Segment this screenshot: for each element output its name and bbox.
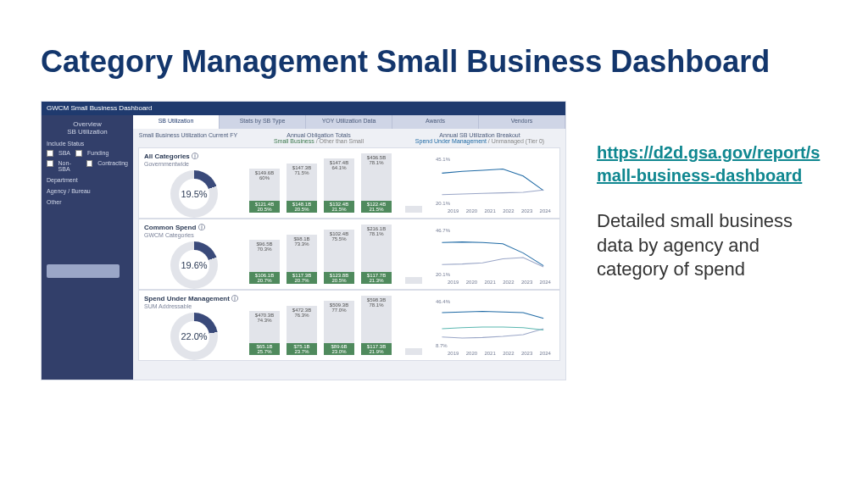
checkbox-label: SBA <box>58 150 70 157</box>
col2-title: Annual Obligation Totals <box>238 132 399 138</box>
dashboard-link[interactable]: https://d2d.gsa.gov/report/small-busines… <box>597 143 820 185</box>
stacked-bar: $149.6B60% $121.4B20.5% <box>249 169 280 213</box>
dashboard-row: Common Spend ⓘ GWCM Categories $96.5B70.… <box>138 219 560 290</box>
checkbox-contracting[interactable] <box>86 160 93 167</box>
col3-un: / Unmanaged (Tier 0) <box>487 138 544 144</box>
line-chart: 46.7%20.1%201920202021202220232024 <box>434 223 554 286</box>
checkbox-sba[interactable] <box>47 150 53 157</box>
col3-header: Annual SB Utilization Breakout Spend Und… <box>399 132 560 144</box>
donut-chart <box>170 241 218 289</box>
overview-line2: SB Utilization <box>47 128 128 136</box>
agency-label: Agency / Bureau <box>47 188 128 194</box>
col2-ot: / Other than Small <box>314 138 364 144</box>
stacked-bar: $470.3B74.3% $65.1B25.7% <box>249 311 280 355</box>
row-category: Spend Under Management ⓘ <box>144 294 244 303</box>
stacked-bar: $509.3B77.0% $89.6B23.0% <box>324 301 354 355</box>
overview-label: Overview SB Utilization <box>47 120 128 136</box>
stacked-bar: $98.1B73.3% $117.3B20.7% <box>287 235 317 284</box>
stacked-bar: $147.3B71.5% $148.1B20.5% <box>287 164 317 213</box>
checkbox-funding[interactable] <box>75 150 82 157</box>
y-axis-hi: 45.1% <box>436 157 450 162</box>
left-panel: Overview SB Utilization Include Status S… <box>42 115 133 380</box>
dashboard-header: GWCM Small Business Dashboard <box>42 102 565 115</box>
bar-group: $470.3B74.3% $65.1B25.7% $472.3B76.3% $7… <box>244 294 434 357</box>
donut-chart <box>170 170 218 218</box>
checkbox-nonsba[interactable] <box>47 160 53 167</box>
stacked-bar: $102.4B75.5% $123.8B20.5% <box>324 230 354 284</box>
overview-line1: Overview <box>47 120 128 128</box>
submit-feedback-button[interactable] <box>47 264 120 278</box>
col3-title: Annual SB Utilization Breakout <box>399 132 560 138</box>
dashboard-row: All Categories ⓘ Governmentwide $149.6B6… <box>138 147 560 219</box>
include-status-label: Include Status <box>47 141 128 147</box>
y-axis-lo: 20.1% <box>436 201 450 206</box>
row-subtitle: GWCM Categories <box>144 232 244 238</box>
tab-yoy-utilization[interactable]: YOY Utilization Data <box>306 115 392 129</box>
x-axis-labels: 201920202021202220232024 <box>448 280 551 285</box>
stacked-bar: $472.3B76.3% $75.1B23.7% <box>287 306 317 355</box>
stacked-bar: $436.5B78.1% $122.4B21.5% <box>361 153 392 213</box>
y-axis-lo: 8.7% <box>436 343 448 348</box>
tab-vendors[interactable]: Vendors <box>479 115 565 129</box>
description: Detailed small business data by agency a… <box>597 209 827 282</box>
side-column: https://d2d.gsa.gov/report/small-busines… <box>597 101 827 380</box>
department-label: Department <box>47 177 128 183</box>
row-subtitle: Governmentwide <box>144 161 244 167</box>
checkbox-label: Contracting <box>97 160 128 172</box>
y-axis-lo: 20.1% <box>436 272 450 277</box>
stacked-bar <box>398 277 429 284</box>
checkbox-label: Funding <box>87 150 108 157</box>
section-header-row: Small Business Utilization Current FY An… <box>138 132 560 144</box>
page-title: Category Management Small Business Dashb… <box>41 42 827 80</box>
stacked-bar: $598.3B78.1% $117.3B21.9% <box>361 296 392 355</box>
tab-stats-by-sb-type[interactable]: Stats by SB Type <box>220 115 306 129</box>
stacked-bar <box>398 206 429 213</box>
donut-chart <box>170 313 218 360</box>
col2-sb: Small Business <box>274 138 314 144</box>
col1-header: Small Business Utilization Current FY <box>138 132 238 144</box>
line-chart: 46.4%8.7%201920202021202220232024 <box>434 294 554 357</box>
tab-awards[interactable]: Awards <box>392 115 479 129</box>
dashboard-row: Spend Under Management ⓘ SUM Addressable… <box>138 290 560 361</box>
dashboard-main: Small Business Utilization Current FY An… <box>133 129 565 380</box>
other-label: Other <box>47 199 128 205</box>
row-category: Common Spend ⓘ <box>144 223 244 232</box>
stacked-bar: $216.1B78.1% $117.7B21.3% <box>361 225 392 284</box>
tab-bar: SB Utilization Stats by SB Type YOY Util… <box>133 115 565 129</box>
x-axis-labels: 201920202021202220232024 <box>448 351 551 356</box>
y-axis-hi: 46.4% <box>436 299 450 304</box>
stacked-bar: $96.5B70.3% $106.1B20.7% <box>249 240 280 284</box>
bar-group: $96.5B70.3% $106.1B20.7% $98.1B73.3% $11… <box>244 223 434 286</box>
col3-sp: Spend Under Management <box>415 138 487 144</box>
stacked-bar <box>398 348 429 355</box>
stacked-bar: $147.4B64.1% $132.4B21.5% <box>324 158 354 213</box>
checkbox-label: Non-SBA <box>58 160 81 172</box>
x-axis-labels: 201920202021202220232024 <box>448 208 551 214</box>
row-category: All Categories ⓘ <box>144 152 244 161</box>
tab-sb-utilization[interactable]: SB Utilization <box>133 115 220 129</box>
row-subtitle: SUM Addressable <box>144 303 244 309</box>
y-axis-hi: 46.7% <box>436 228 450 233</box>
dashboard-screenshot: GWCM Small Business Dashboard Overview S… <box>41 101 566 380</box>
line-chart: 45.1%20.1%201920202021202220232024 <box>434 152 554 214</box>
bar-group: $149.6B60% $121.4B20.5% $147.3B71.5% $14… <box>244 152 434 214</box>
col2-header: Annual Obligation Totals Small Business … <box>238 132 399 144</box>
